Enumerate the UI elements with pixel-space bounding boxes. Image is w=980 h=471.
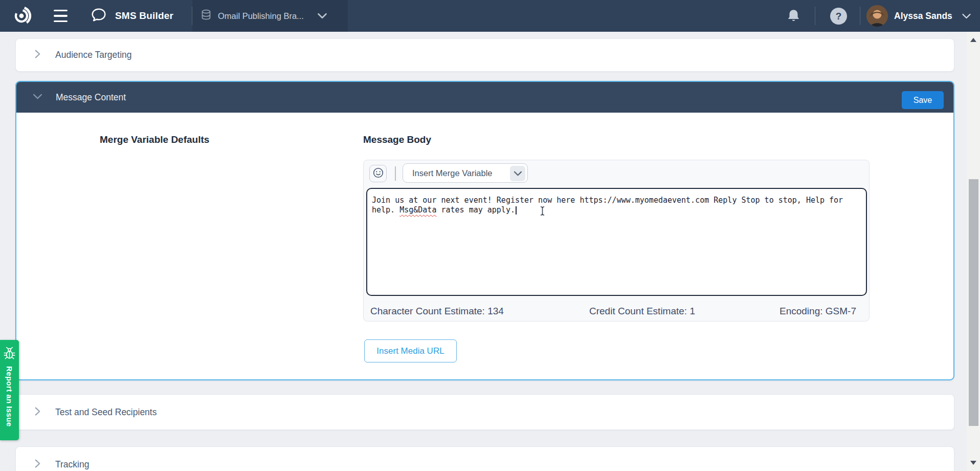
report-an-issue-label: Report an Issue — [5, 366, 14, 427]
scrollbar-down-arrow[interactable] — [967, 457, 980, 469]
app-title: SMS Builder — [115, 10, 173, 22]
avatar — [866, 5, 888, 27]
user-name: Alyssa Sands — [894, 11, 952, 22]
vertical-scrollbar — [967, 32, 980, 471]
top-navbar: SMS Builder Omail Publishing Bra... — [0, 0, 980, 32]
chevron-right-icon — [33, 406, 42, 418]
scrollbar-thumb[interactable] — [969, 179, 978, 426]
notifications-bell-icon[interactable] — [785, 8, 802, 24]
section-audience-targeting[interactable]: Audience Targeting — [15, 38, 954, 72]
insert-media-url-button[interactable]: Insert Media URL — [364, 339, 457, 362]
encoding-label: Encoding: GSM-7 — [779, 306, 856, 317]
section-label: Audience Targeting — [55, 50, 132, 60]
toolbar-divider — [395, 166, 396, 181]
menu-icon[interactable] — [52, 10, 69, 22]
database-icon — [201, 9, 212, 23]
help-icon[interactable]: ? — [830, 8, 847, 25]
question-mark-glyph: ? — [836, 11, 842, 22]
omeda-logo-icon[interactable] — [10, 5, 33, 27]
brand-selector-dropdown[interactable]: Omail Publishing Bra... — [192, 0, 348, 32]
credit-count-estimate: Credit Count Estimate: 1 — [589, 306, 695, 317]
merge-variable-defaults-heading: Merge Variable Defaults — [100, 134, 209, 145]
insert-merge-variable-dropdown[interactable]: Insert Merge Variable — [403, 163, 528, 183]
character-count-estimate: Character Count Estimate: 134 — [370, 306, 504, 317]
brand-selector-label: Omail Publishing Bra... — [218, 11, 304, 21]
bug-icon — [3, 346, 16, 362]
section-label: Test and Seed Recipients — [55, 407, 157, 418]
user-account-menu[interactable]: Alyssa Sands — [866, 4, 971, 28]
message-body-textarea[interactable]: Join us at our next event! Register now … — [366, 188, 867, 296]
section-label: Message Content — [56, 92, 126, 103]
section-test-and-seed-recipients[interactable]: Test and Seed Recipients — [15, 394, 954, 430]
message-text-line1: Join us at our next event! Register now … — [372, 196, 861, 205]
section-tracking[interactable]: Tracking — [15, 446, 954, 471]
section-label: Tracking — [55, 459, 89, 470]
insert-merge-variable-label: Insert Merge Variable — [412, 168, 493, 178]
chevron-right-icon — [33, 49, 42, 61]
chevron-down-icon — [510, 166, 525, 181]
chevron-down-icon — [33, 93, 42, 102]
text-caret — [516, 206, 517, 215]
misspelled-word: Msg&Data — [399, 205, 436, 215]
save-button[interactable]: Save — [902, 91, 944, 109]
emoji-picker-button[interactable] — [369, 165, 387, 182]
i-beam-cursor-icon — [539, 206, 546, 218]
nav-divider — [860, 7, 860, 25]
chevron-down-icon — [317, 12, 327, 19]
scrollbar-up-arrow[interactable] — [967, 34, 980, 46]
chat-bubble-icon — [91, 8, 106, 24]
message-content-header[interactable]: Message Content Save — [16, 82, 953, 113]
message-text-line2: help. Msg&Data rates may apply. — [372, 205, 861, 215]
nav-app-sms-builder[interactable]: SMS Builder — [91, 0, 173, 32]
sms-builder-screen: SMS Builder Omail Publishing Bra... — [0, 0, 980, 471]
nav-divider — [815, 7, 815, 25]
chevron-down-icon — [962, 13, 971, 19]
message-body-heading: Message Body — [363, 134, 431, 145]
report-an-issue-tab[interactable]: Report an Issue — [0, 340, 19, 440]
chevron-right-icon — [33, 459, 42, 470]
